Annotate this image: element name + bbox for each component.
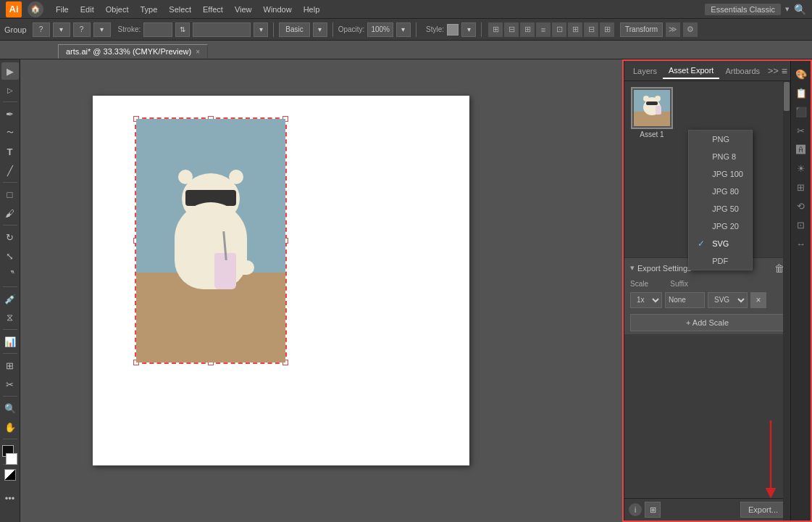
right-panel-btn10[interactable]: ↔ xyxy=(792,235,810,252)
right-panel-btn2[interactable]: 📋 xyxy=(792,84,810,102)
align-btn2[interactable]: ⊟ xyxy=(504,22,519,37)
tool-type[interactable]: T xyxy=(1,143,19,160)
stroke-input[interactable] xyxy=(143,22,172,37)
tool-more[interactable]: ••• xyxy=(1,489,19,507)
dropdown-svg[interactable]: ✓ SVG xyxy=(689,235,752,252)
toggle-fill-stroke[interactable] xyxy=(4,469,16,481)
asset-thumbnail[interactable] xyxy=(631,87,673,129)
basic-dropdown[interactable]: ▾ xyxy=(313,22,327,37)
settings-btn[interactable]: ⚙ xyxy=(683,22,698,37)
tool-rect[interactable]: □ xyxy=(1,186,19,203)
menu-type[interactable]: Type xyxy=(135,4,163,15)
panel-grid-btn[interactable]: ⊞ xyxy=(645,502,661,518)
search-icon[interactable]: 🔍 xyxy=(794,4,806,15)
tool-zoom[interactable]: 🔍 xyxy=(1,399,19,417)
document-tab[interactable]: arts.ai* @ 33.33% (CMYK/Preview) × xyxy=(58,44,208,59)
tool-slice[interactable]: ✂ xyxy=(1,376,19,393)
right-panel-btn9[interactable]: ⊡ xyxy=(792,216,810,233)
suffix-input[interactable] xyxy=(665,292,705,308)
dropdown-png[interactable]: PNG xyxy=(689,130,752,148)
right-panel-btn1[interactable]: 🎨 xyxy=(792,65,810,83)
dropdown-jpg80[interactable]: JPG 80 xyxy=(689,183,752,200)
essentials-chevron[interactable]: ▾ xyxy=(785,4,790,14)
tool-graph[interactable]: 📊 xyxy=(1,333,19,350)
tab-asset-export[interactable]: Asset Export xyxy=(663,63,719,79)
format-select[interactable]: SVG PNG JPG PDF xyxy=(708,292,748,308)
right-panel-btn5[interactable]: 🅰 xyxy=(792,141,810,158)
right-panel-btn6[interactable]: ☀ xyxy=(792,160,810,177)
tool-line[interactable]: ╱ xyxy=(1,162,19,179)
panel-scrollbar[interactable] xyxy=(783,81,790,521)
group-icon2[interactable]: ? xyxy=(73,22,91,37)
dropdown-jpg100[interactable]: JPG 100 xyxy=(689,165,752,183)
menu-object[interactable]: Object xyxy=(101,4,134,15)
menu-edit[interactable]: Edit xyxy=(75,4,99,15)
remove-scale-btn[interactable]: × xyxy=(750,292,766,308)
format-dropdown[interactable]: PNG PNG 8 JPG 100 JPG 80 JPG 50 xyxy=(688,130,753,270)
tool-hand[interactable]: ✋ xyxy=(1,418,19,436)
align-btn1[interactable]: ⊞ xyxy=(488,22,503,37)
stroke-options[interactable] xyxy=(193,22,251,37)
scroll-thumb[interactable] xyxy=(784,82,790,111)
tool-curvature[interactable]: 〜 xyxy=(1,124,19,141)
right-panel-btn7[interactable]: ⊞ xyxy=(792,178,810,196)
home-icon[interactable]: 🏠 xyxy=(28,1,43,17)
tool-select[interactable]: ▶ xyxy=(1,62,19,80)
basic-label[interactable]: Basic xyxy=(279,22,309,37)
tool-paintbrush[interactable]: 🖌 xyxy=(1,204,19,222)
align-btn3[interactable]: ⊞ xyxy=(520,22,535,37)
tab-layers[interactable]: Layers xyxy=(627,64,663,78)
stroke-color[interactable] xyxy=(6,453,17,465)
opacity-dropdown[interactable]: ▾ xyxy=(396,22,411,37)
tool-scale[interactable]: ⤡ xyxy=(1,247,19,265)
align-btn5[interactable]: ⊡ xyxy=(552,22,566,37)
canvas-area[interactable] xyxy=(20,59,622,522)
menu-select[interactable]: Select xyxy=(164,4,196,15)
transform-btn[interactable]: Transform xyxy=(620,22,663,37)
menu-file[interactable]: File xyxy=(51,4,74,15)
style-color-swatch[interactable] xyxy=(447,24,459,36)
tool-blend[interactable]: ⧖ xyxy=(1,309,19,326)
align-btn8[interactable]: ⊞ xyxy=(600,22,614,37)
group-options2[interactable]: ▾ xyxy=(93,22,111,37)
tab-close-btn[interactable]: × xyxy=(196,48,200,56)
dropdown-pdf[interactable]: PDF xyxy=(689,252,752,270)
add-scale-btn[interactable]: + Add Scale xyxy=(630,314,784,331)
stroke-dropdown[interactable]: ▾ xyxy=(254,22,268,37)
menu-help[interactable]: Help xyxy=(298,4,325,15)
dropdown-jpg50[interactable]: JPG 50 xyxy=(689,200,752,218)
style-dropdown[interactable]: ▾ xyxy=(461,22,476,37)
panel-more-btn[interactable]: >> xyxy=(768,65,779,76)
stroke-arrows[interactable]: ⇅ xyxy=(175,22,190,37)
export-button[interactable]: Export... xyxy=(740,502,786,518)
group-icon[interactable]: ? xyxy=(33,22,50,37)
scale-select[interactable]: 1x 2x 3x xyxy=(630,292,662,308)
png-label: PNG xyxy=(712,135,729,144)
asset-item[interactable]: Asset 1 xyxy=(630,87,674,138)
tool-eyedropper[interactable]: 💉 xyxy=(1,290,19,307)
dropdown-png8[interactable]: PNG 8 xyxy=(689,148,752,165)
menu-window[interactable]: Window xyxy=(259,4,297,15)
right-panel-btn8[interactable]: ⟲ xyxy=(792,197,810,215)
right-panel-btn4[interactable]: ✂ xyxy=(792,122,810,139)
align-btn4[interactable]: ≡ xyxy=(536,22,551,37)
opacity-value[interactable]: 100% xyxy=(367,22,393,37)
right-panel-btn3[interactable]: ⬛ xyxy=(792,103,810,120)
align-btn6[interactable]: ⊞ xyxy=(568,22,582,37)
essentials-dropdown[interactable]: Essentials Classic xyxy=(705,4,781,15)
art-selection[interactable] xyxy=(135,117,287,364)
group-options[interactable]: ▾ xyxy=(53,22,70,37)
tab-artboards[interactable]: Artboards xyxy=(719,64,766,78)
dropdown-jpg20[interactable]: JPG 20 xyxy=(689,218,752,235)
more-options-btn[interactable]: ≫ xyxy=(666,22,680,37)
menu-view[interactable]: View xyxy=(230,4,257,15)
menu-effect[interactable]: Effect xyxy=(198,4,228,15)
tool-rotate[interactable]: ↻ xyxy=(1,228,19,246)
tool-direct-select[interactable]: ▷ xyxy=(1,81,19,99)
tool-pen[interactable]: ✒ xyxy=(1,105,19,123)
info-button[interactable]: i xyxy=(629,503,642,516)
panel-menu-btn[interactable]: ≡ xyxy=(782,65,787,77)
tool-warp[interactable]: 〝 xyxy=(1,266,19,283)
tool-artboard[interactable]: ⊞ xyxy=(1,357,19,374)
align-btn7[interactable]: ⊟ xyxy=(584,22,598,37)
